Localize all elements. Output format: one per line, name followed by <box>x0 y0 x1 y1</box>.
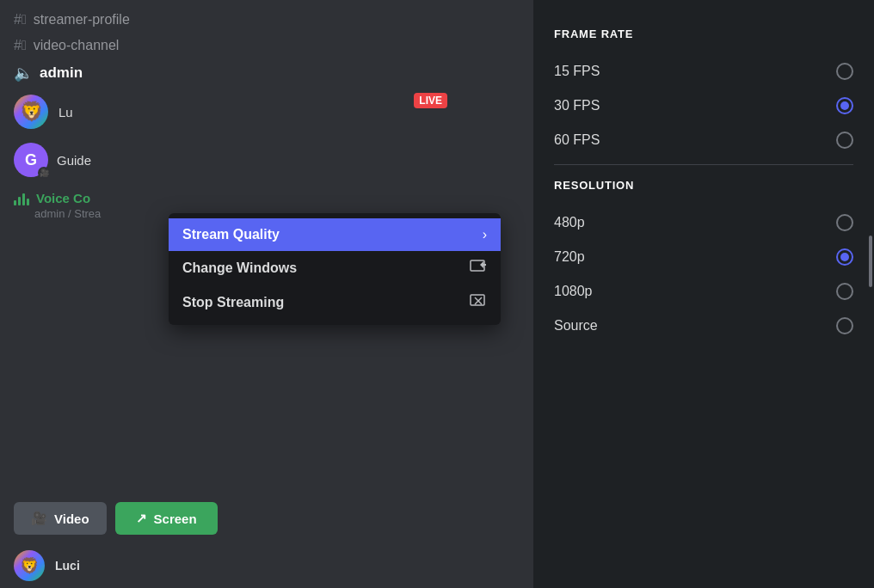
channel-item-streamer-profile[interactable]: #⃣ streamer-profile <box>0 7 533 33</box>
video-label: Video <box>54 511 89 526</box>
screen-share-icon: ↗ <box>136 511 147 526</box>
section-divider <box>554 164 853 165</box>
stream-quality-label: Stream Quality <box>182 227 280 242</box>
voice-bars-icon <box>14 192 29 205</box>
scrollbar[interactable] <box>869 236 872 287</box>
avatar-emoji: 🦁 <box>20 101 43 123</box>
channel-name: streamer-profile <box>34 12 130 28</box>
username-partial: Lu <box>58 105 73 119</box>
camera-badge: 🎥 <box>38 167 50 179</box>
bottom-user-row: 🦁 Luci <box>0 543 94 588</box>
context-menu: Stream Quality › Change Windows Stop Str… <box>169 213 501 325</box>
res-source-item[interactable]: Source <box>554 309 853 343</box>
resolution-header: RESOLUTION <box>554 179 853 192</box>
fps-15-radio[interactable] <box>836 63 853 80</box>
fps-60-item[interactable]: 60 FPS <box>554 123 853 157</box>
change-windows-icon <box>470 260 487 277</box>
res-480p-label: 480p <box>554 215 585 230</box>
fps-15-label: 15 FPS <box>554 64 600 79</box>
channel-name-2: video-channel <box>34 38 120 53</box>
res-720p-radio[interactable] <box>836 248 853 266</box>
fps-30-radio[interactable] <box>836 97 853 114</box>
res-1080p-radio[interactable] <box>836 283 853 300</box>
bottom-username: Luci <box>55 559 80 573</box>
guide-letter: G <box>25 151 37 169</box>
chevron-right-icon: › <box>483 227 487 242</box>
fps-30-label: 30 FPS <box>554 98 600 113</box>
bar3 <box>22 193 25 205</box>
menu-item-change-windows[interactable]: Change Windows <box>169 251 501 285</box>
res-720p-label: 720p <box>554 249 585 265</box>
admin-item[interactable]: 🔈 admin <box>0 58 533 88</box>
channel-item-video-channel[interactable]: #⃣ video-channel <box>0 33 533 58</box>
fps-15-item[interactable]: 15 FPS <box>554 54 853 89</box>
menu-item-stream-quality[interactable]: Stream Quality › <box>169 218 501 251</box>
bar2 <box>18 197 21 205</box>
screen-button[interactable]: ↗ Screen <box>115 502 218 535</box>
fps-30-item[interactable]: 30 FPS <box>554 89 853 123</box>
right-panel: FRAME RATE 15 FPS 30 FPS 60 FPS RESOLUTI… <box>533 0 874 588</box>
admin-label: admin <box>40 64 83 82</box>
fps-60-radio[interactable] <box>836 132 853 149</box>
bar4 <box>27 199 29 205</box>
res-1080p-item[interactable]: 1080p <box>554 274 853 309</box>
res-480p-radio[interactable] <box>836 214 853 231</box>
channel-list: #⃣ streamer-profile #⃣ video-channel 🔈 a… <box>0 0 533 234</box>
fps-60-label: 60 FPS <box>554 132 600 148</box>
user-row[interactable]: 🦁 Lu LIVE <box>0 88 533 136</box>
change-windows-label: Change Windows <box>182 260 297 276</box>
hash-icon: #⃣ <box>14 12 27 28</box>
left-panel: #⃣ streamer-profile #⃣ video-channel 🔈 a… <box>0 0 533 588</box>
res-1080p-label: 1080p <box>554 284 593 299</box>
voice-title: Voice Co <box>14 191 520 205</box>
screen-label: Screen <box>154 511 197 526</box>
video-icon: 🎥 <box>31 511 47 526</box>
frame-rate-header: FRAME RATE <box>554 28 853 40</box>
stop-streaming-label: Stop Streaming <box>182 295 284 310</box>
guide-row[interactable]: G 🎥 Guide <box>0 136 533 184</box>
hash-icon-2: #⃣ <box>14 38 27 53</box>
bar1 <box>14 200 16 205</box>
avatar: 🦁 <box>14 95 48 129</box>
live-badge: LIVE <box>414 93 447 108</box>
res-720p-item[interactable]: 720p <box>554 240 853 274</box>
bottom-avatar: 🦁 <box>14 550 45 581</box>
bottom-buttons: 🎥 Video ↗ Screen <box>0 492 231 545</box>
speaker-icon: 🔈 <box>14 64 33 83</box>
res-source-label: Source <box>554 318 598 334</box>
guide-avatar: G 🎥 <box>14 143 48 177</box>
res-source-radio[interactable] <box>836 317 853 334</box>
menu-item-stop-streaming[interactable]: Stop Streaming <box>169 285 501 320</box>
res-480p-item[interactable]: 480p <box>554 205 853 240</box>
voice-channel-name: Voice Co <box>36 191 90 205</box>
guide-name: Guide <box>57 153 91 168</box>
video-button[interactable]: 🎥 Video <box>14 502 107 535</box>
bottom-avatar-emoji: 🦁 <box>20 556 39 575</box>
stop-streaming-icon <box>470 294 487 311</box>
